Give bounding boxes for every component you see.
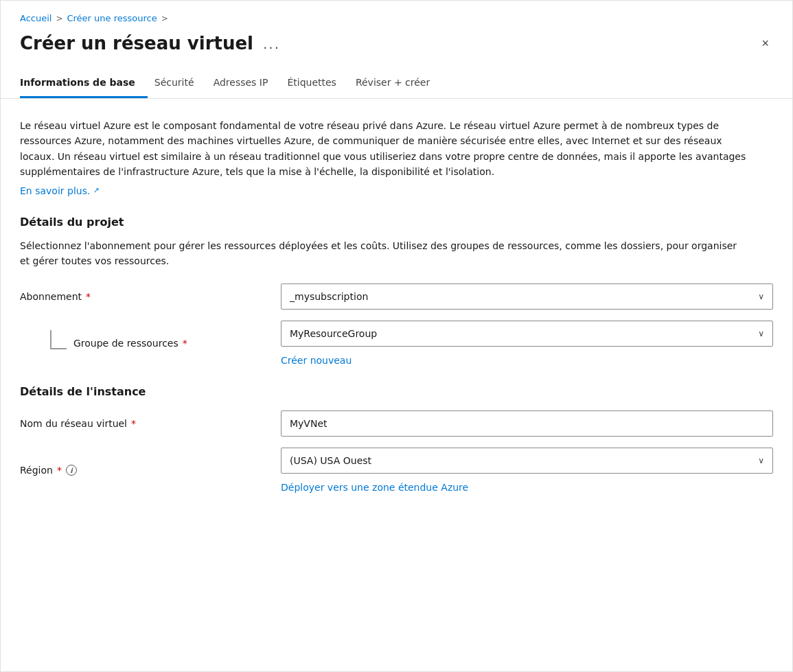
- deploy-extended-zone-link[interactable]: Déployer vers une zone étendue Azure: [281, 482, 468, 493]
- close-button[interactable]: ×: [757, 34, 773, 54]
- page-title: Créer un réseau virtuel: [20, 33, 253, 54]
- breadcrumb-home[interactable]: Accueil: [20, 13, 51, 23]
- vnet-name-control: [281, 410, 773, 437]
- main-content: Le réseau virtuel Azure est le composant…: [1, 99, 792, 531]
- title-more-options[interactable]: ...: [263, 36, 280, 52]
- breadcrumb: Accueil > Créer une ressource >: [1, 1, 792, 29]
- region-row: Région * i (USA) USA Ouest ∨ Déployer ve…: [20, 448, 773, 493]
- project-section-header: Détails du projet: [20, 216, 773, 229]
- resource-group-required: *: [183, 338, 187, 349]
- region-chevron-icon: ∨: [758, 456, 764, 465]
- resource-group-dropdown[interactable]: MyResourceGroup ∨: [281, 321, 773, 347]
- page-container: Accueil > Créer une ressource > Créer un…: [0, 0, 793, 672]
- subscription-label-col: Abonnement *: [20, 291, 281, 302]
- region-required: *: [57, 465, 62, 476]
- intro-description: Le réseau virtuel Azure est le composant…: [20, 118, 748, 180]
- subscription-dropdown[interactable]: _mysubscription ∨: [281, 283, 773, 310]
- region-control: (USA) USA Ouest ∨ Déployer vers une zone…: [281, 448, 773, 493]
- subscription-required: *: [86, 291, 91, 302]
- learn-more-link[interactable]: En savoir plus. ↗: [20, 185, 100, 196]
- tab-tags[interactable]: Étiquettes: [287, 70, 348, 98]
- external-link-icon: ↗: [93, 186, 99, 195]
- resource-group-label-col: Groupe de ressources *: [20, 337, 281, 349]
- subscription-control: _mysubscription ∨: [281, 283, 773, 310]
- vnet-name-label: Nom du réseau virtuel: [20, 418, 127, 429]
- region-label-col: Région * i: [20, 465, 281, 476]
- subscription-label: Abonnement: [20, 291, 82, 302]
- region-value: (USA) USA Ouest: [290, 455, 371, 466]
- tab-basics[interactable]: Informations de base: [20, 70, 148, 98]
- tab-review[interactable]: Réviser + créer: [356, 70, 442, 98]
- breadcrumb-sep-2: >: [161, 14, 168, 23]
- subscription-value: _mysubscription: [290, 291, 368, 302]
- resource-group-label: Groupe de ressources: [73, 338, 179, 349]
- learn-more-label: En savoir plus.: [20, 185, 90, 196]
- page-title-row: Créer un réseau virtuel ... ×: [1, 29, 792, 70]
- vnet-name-input[interactable]: [281, 410, 773, 437]
- resource-group-row: Groupe de ressources * MyResourceGroup ∨…: [20, 321, 773, 366]
- instance-section-header: Détails de l'instance: [20, 385, 773, 398]
- breadcrumb-create-resource[interactable]: Créer une ressource: [67, 13, 157, 23]
- resource-group-value: MyResourceGroup: [290, 328, 377, 339]
- subscription-row: Abonnement * _mysubscription ∨: [20, 283, 773, 310]
- vnet-name-row: Nom du réseau virtuel *: [20, 410, 773, 437]
- tab-security[interactable]: Sécurité: [154, 70, 207, 98]
- project-section-desc: Sélectionnez l'abonnement pour gérer les…: [20, 238, 748, 269]
- subscription-chevron-icon: ∨: [758, 292, 764, 301]
- vnet-name-required: *: [131, 418, 136, 429]
- tabs-container: Informations de base Sécurité Adresses I…: [1, 70, 792, 99]
- sub-bracket: [50, 330, 67, 349]
- vnet-name-label-col: Nom du réseau virtuel *: [20, 418, 281, 429]
- create-new-resource-group-link[interactable]: Créer nouveau: [281, 355, 352, 366]
- resource-group-chevron-icon: ∨: [758, 329, 764, 338]
- tab-ip[interactable]: Adresses IP: [214, 70, 281, 98]
- resource-group-control: MyResourceGroup ∨ Créer nouveau: [281, 321, 773, 366]
- region-dropdown[interactable]: (USA) USA Ouest ∨: [281, 448, 773, 474]
- region-info-icon[interactable]: i: [66, 465, 77, 476]
- breadcrumb-sep-1: >: [56, 14, 62, 23]
- region-label: Région: [20, 465, 53, 476]
